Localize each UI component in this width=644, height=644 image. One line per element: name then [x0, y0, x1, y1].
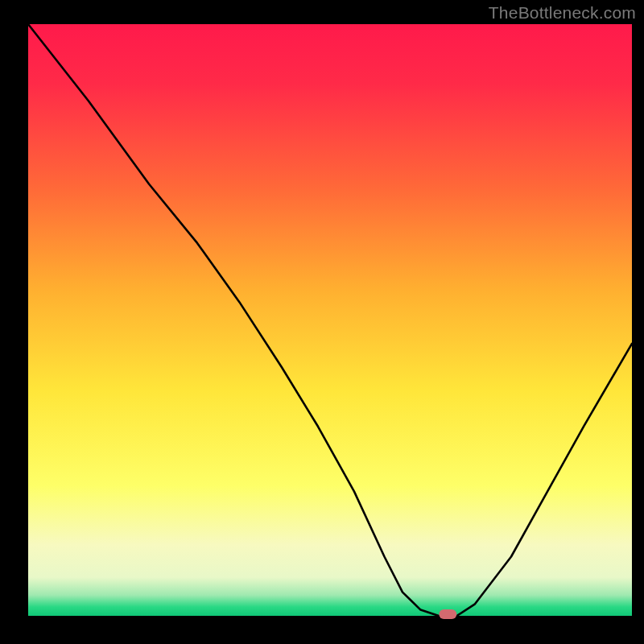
minimum-marker	[439, 609, 456, 619]
plot-area-gradient	[28, 24, 632, 616]
chart-frame: TheBottleneck.com	[0, 0, 644, 644]
bottleneck-plot	[0, 0, 644, 644]
